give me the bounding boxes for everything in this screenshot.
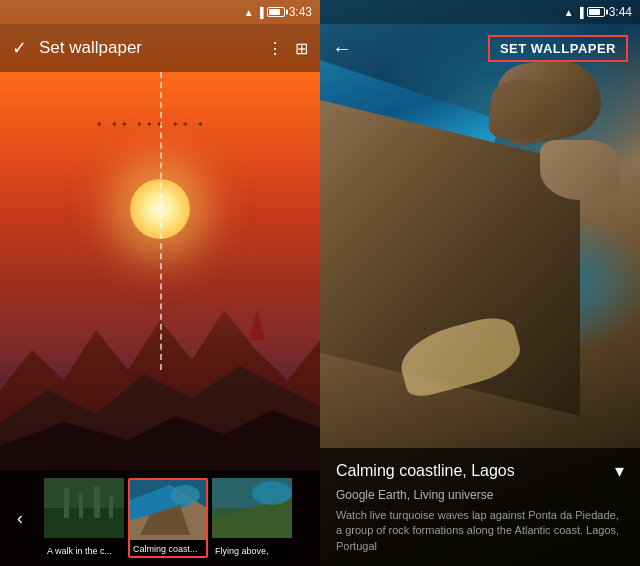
- wallpaper-description: Watch live turquoise waves lap against P…: [336, 508, 624, 554]
- right-wifi-icon: ▲: [564, 7, 574, 18]
- thumbnail-2-label: Calming coast...: [130, 542, 206, 556]
- thumbnail-list: A walk in the c... Calming coast...: [44, 478, 292, 558]
- expand-chevron-icon[interactable]: ▾: [615, 460, 624, 482]
- thumbnail-strip: ‹ A walk in the c...: [0, 470, 320, 566]
- thumbnail-1[interactable]: A walk in the c...: [44, 478, 124, 558]
- wallpaper-title: Calming coastline, Lagos: [336, 462, 515, 480]
- left-status-bar: ▲ ▐ 3:43: [0, 0, 320, 24]
- toolbar-title: Set wallpaper: [39, 38, 267, 58]
- svg-rect-4: [94, 486, 100, 518]
- svg-point-9: [170, 485, 200, 505]
- thumbnail-2[interactable]: Calming coast...: [128, 478, 208, 558]
- aerial-preview: Calming coastline, Lagos ▾ Google Earth,…: [320, 0, 640, 566]
- right-signal-icon: ▐: [577, 7, 584, 18]
- signal-icon: ▐: [257, 7, 264, 18]
- wifi-icon: ▲: [244, 7, 254, 18]
- thumbnail-2-image: [130, 480, 206, 540]
- right-back-button[interactable]: ←: [332, 37, 352, 60]
- right-status-bar: ▲ ▐ 3:44: [320, 0, 640, 24]
- thumbnail-3[interactable]: Flying above,: [212, 478, 292, 558]
- sailboat-decoration: [249, 310, 265, 340]
- svg-rect-5: [109, 496, 113, 518]
- svg-point-14: [252, 481, 292, 505]
- left-toolbar: ✓ Set wallpaper ⋮ ⊞: [0, 24, 320, 72]
- grid-view-icon[interactable]: ⊞: [295, 39, 308, 58]
- left-status-icons: ▲ ▐: [244, 7, 285, 18]
- right-toolbar: ← SET WALLPAPER: [320, 24, 640, 72]
- battery-icon: [267, 7, 285, 17]
- dashed-line: [160, 72, 162, 370]
- svg-rect-2: [64, 488, 69, 518]
- thumbnail-1-image: [44, 478, 124, 538]
- thumbnail-3-label: Flying above,: [212, 544, 292, 558]
- set-wallpaper-button[interactable]: SET WALLPAPER: [488, 35, 628, 62]
- thumbnail-1-label: A walk in the c...: [44, 544, 124, 558]
- right-time: 3:44: [609, 5, 632, 19]
- wallpaper-subtitle: Google Earth, Living universe: [336, 488, 624, 502]
- left-panel: ▲ ▐ 3:43 ✓ Set wallpaper ⋮ ⊞ ✦ ✦✦ ✦✦✦ ✦✦…: [0, 0, 320, 566]
- svg-rect-3: [79, 493, 83, 518]
- rock-formation-3: [540, 140, 620, 200]
- wallpaper-info-panel: Calming coastline, Lagos ▾ Google Earth,…: [320, 448, 640, 566]
- right-battery-icon: [587, 7, 605, 17]
- birds-decoration: ✦ ✦✦ ✦✦✦ ✦✦ ✦: [96, 120, 207, 129]
- left-back-button[interactable]: ‹: [0, 470, 40, 566]
- thumbnail-3-svg: [212, 478, 292, 538]
- left-time: 3:43: [289, 5, 312, 19]
- check-icon[interactable]: ✓: [12, 37, 27, 59]
- info-title-row: Calming coastline, Lagos ▾: [336, 460, 624, 482]
- more-options-icon[interactable]: ⋮: [267, 39, 283, 58]
- thumbnail-2-svg: [130, 480, 208, 540]
- thumbnail-1-svg: [44, 478, 124, 538]
- right-panel: ▲ ▐ 3:44 ← SET WALLPAPER Calming coastli…: [320, 0, 640, 566]
- toolbar-action-icons: ⋮ ⊞: [267, 39, 308, 58]
- thumbnail-3-image: [212, 478, 292, 538]
- right-status-icons: ▲ ▐: [564, 7, 605, 18]
